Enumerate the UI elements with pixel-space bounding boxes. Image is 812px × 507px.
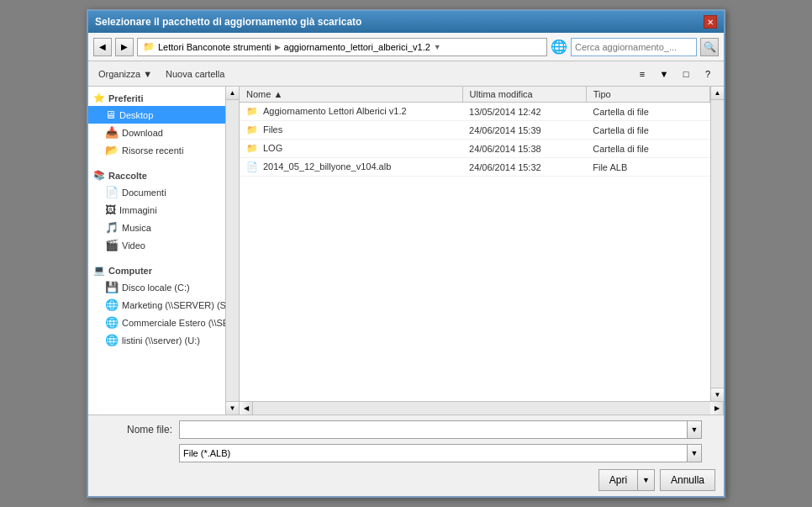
footer: Nome file: ▼ File (*.ALB) ▼ Apri ▼ Annul… <box>88 415 724 496</box>
sidebar-scroll-up[interactable]: ▲ <box>226 87 239 100</box>
view-chevron-button[interactable]: ▼ <box>655 65 673 83</box>
sidebar-item-risorse-recenti[interactable]: 📂 Risorse recenti <box>88 141 225 159</box>
address-path[interactable]: 📁 Lettori Banconote strumenti ▶ aggiorna… <box>137 38 547 56</box>
filelist-scroll-up[interactable]: ▲ <box>711 87 724 100</box>
filetype-select[interactable]: File (*.ALB) <box>179 444 688 462</box>
sidebar-item-disco-locale[interactable]: 💾 Disco locale (C:) <box>88 278 225 296</box>
hscrollbar-left[interactable]: ◀ <box>240 402 253 415</box>
search-box[interactable] <box>571 38 697 56</box>
address-bar: ◀ ▶ 📁 Lettori Banconote strumenti ▶ aggi… <box>88 33 724 61</box>
musica-icon: 🎵 <box>105 221 119 234</box>
file-open-dialog: Selezionare il pacchetto di aggiornament… <box>87 9 725 498</box>
file-name-cell: 📄2014_05_12_billyone_v104.alb <box>240 158 462 177</box>
file-list-inner: Nome ▲ Ultima modifica Tipo <box>240 87 724 401</box>
video-label: Video <box>122 240 145 251</box>
path-part-2: aggiornamento_lettori_alberici_v1.2 <box>284 42 430 52</box>
sidebar-item-commerciale[interactable]: 🌐 Commerciale Estero (\\SERVER) (T:) <box>88 314 225 331</box>
col-tipo[interactable]: Tipo <box>586 87 709 103</box>
organizza-label: Organizza <box>98 69 140 79</box>
sidebar-item-documenti[interactable]: 📄 Documenti <box>88 183 225 201</box>
video-icon: 🎬 <box>105 239 119 251</box>
nuova-cartella-button[interactable]: Nuova cartella <box>162 67 228 81</box>
table-row[interactable]: 📄2014_05_12_billyone_v104.alb24/06/2014 … <box>240 158 710 177</box>
file-type-cell: Cartella di file <box>586 121 709 140</box>
marketing-label: Marketing (\\SERVER) (S:) <box>122 300 225 310</box>
back-button[interactable]: ◀ <box>93 38 112 56</box>
immagini-icon: 🖼 <box>105 203 116 216</box>
view-window-button[interactable]: □ <box>677 65 695 83</box>
file-list-wrapper: Nome ▲ Ultima modifica Tipo <box>240 87 724 415</box>
disco-locale-icon: 💾 <box>105 281 119 293</box>
nuova-cartella-label: Nuova cartella <box>166 69 224 79</box>
view-list-button[interactable]: ≡ <box>633 65 651 83</box>
toolbar: Organizza ▼ Nuova cartella ≡ ▼ □ ? <box>88 61 724 87</box>
globe-icon: 🌐 <box>551 39 567 55</box>
annulla-button[interactable]: Annulla <box>660 469 715 491</box>
documenti-icon: 📄 <box>105 186 119 198</box>
close-button[interactable]: ✕ <box>704 15 717 29</box>
risorse-recenti-icon: 📂 <box>105 144 119 156</box>
file-row-name: LOG <box>263 143 282 153</box>
computer-icon: 💻 <box>93 265 105 276</box>
sidebar-item-desktop[interactable]: 🖥 Desktop <box>88 106 225 124</box>
file-row-icon: 📁 <box>246 124 258 135</box>
file-list-area: Nome ▲ Ultima modifica Tipo <box>240 87 710 401</box>
filetype-row: File (*.ALB) ▼ <box>97 444 715 462</box>
sidebar-scroll-track <box>226 100 239 401</box>
sidebar-item-musica[interactable]: 🎵 Musica <box>88 219 225 236</box>
download-icon: 📥 <box>105 126 119 139</box>
col-nome[interactable]: Nome ▲ <box>240 87 462 103</box>
path-chevron-2: ▼ <box>434 43 441 51</box>
apri-button[interactable]: Apri <box>598 469 637 491</box>
sidebar-item-immagini[interactable]: 🖼 Immagini <box>88 201 225 219</box>
file-list-table: Nome ▲ Ultima modifica Tipo <box>240 87 710 177</box>
commerciale-icon: 🌐 <box>105 316 119 329</box>
raccolte-icon: 📚 <box>93 170 105 181</box>
star-icon: ⭐ <box>93 92 105 103</box>
nome-file-label: Nome file: <box>97 424 172 436</box>
filelist-scroll-down[interactable]: ▼ <box>711 388 724 401</box>
file-date-cell: 24/06/2014 15:38 <box>462 140 586 158</box>
forward-button[interactable]: ▶ <box>115 38 134 56</box>
organizza-button[interactable]: Organizza ▼ <box>95 67 156 81</box>
table-row[interactable]: 📁Files24/06/2014 15:39Cartella di file <box>240 121 710 140</box>
organizza-chevron: ▼ <box>143 69 152 79</box>
path-chevron-1: ▶ <box>275 43 281 51</box>
file-row-icon: 📁 <box>246 106 258 116</box>
sidebar-item-listini[interactable]: 🌐 listini (\\server) (U:) <box>88 331 225 349</box>
download-label: Download <box>122 128 163 138</box>
main-content: ⭐ Preferiti 🖥 Desktop 📥 Download 📂 Risor… <box>88 87 724 415</box>
file-row-name: 2014_05_12_billyone_v104.alb <box>263 161 391 172</box>
search-input[interactable] <box>575 42 676 52</box>
filetype-dropdown[interactable]: ▼ <box>687 444 702 462</box>
sidebar-item-download[interactable]: 📥 Download <box>88 124 225 141</box>
sidebar-computer-label: Computer <box>108 266 152 276</box>
nome-file-dropdown[interactable]: ▼ <box>687 420 702 439</box>
sidebar-item-video[interactable]: 🎬 Video <box>88 236 225 254</box>
documenti-label: Documenti <box>122 187 166 198</box>
filename-row: Nome file: ▼ <box>97 420 715 439</box>
file-row-name: Aggiornamento Lettori Alberici v1.2 <box>263 106 407 116</box>
sidebar-scroll-down[interactable]: ▼ <box>226 401 239 415</box>
sidebar-section-computer: 💻 Computer <box>88 262 225 278</box>
sidebar-section-preferiti: ⭐ Preferiti <box>88 90 225 106</box>
search-button[interactable]: 🔍 <box>700 38 719 56</box>
action-buttons: Apri ▼ Annulla <box>97 469 715 491</box>
file-row-name: Files <box>263 124 282 135</box>
table-row[interactable]: 📁LOG24/06/2014 15:38Cartella di file <box>240 140 710 158</box>
sidebar: ⭐ Preferiti 🖥 Desktop 📥 Download 📂 Risor… <box>88 87 225 415</box>
hscrollbar-right[interactable]: ▶ <box>710 402 724 415</box>
sidebar-item-marketing[interactable]: 🌐 Marketing (\\SERVER) (S:) <box>88 296 225 314</box>
help-button[interactable]: ? <box>699 65 717 83</box>
table-row[interactable]: 📁Aggiornamento Lettori Alberici v1.213/0… <box>240 103 710 121</box>
nome-file-input[interactable] <box>179 420 688 439</box>
toolbar-left: Organizza ▼ Nuova cartella <box>95 67 228 81</box>
sidebar-preferiti-label: Preferiti <box>108 93 144 103</box>
file-type-cell: Cartella di file <box>586 103 709 121</box>
dialog-title: Selezionare il pacchetto di aggiornament… <box>95 16 361 28</box>
col-ultima-modifica[interactable]: Ultima modifica <box>462 87 586 103</box>
apri-arrow-button[interactable]: ▼ <box>637 469 655 491</box>
listini-icon: 🌐 <box>105 334 119 346</box>
title-bar: Selezionare il pacchetto di aggiornament… <box>88 11 724 33</box>
folder-icon: 📁 <box>143 41 155 52</box>
